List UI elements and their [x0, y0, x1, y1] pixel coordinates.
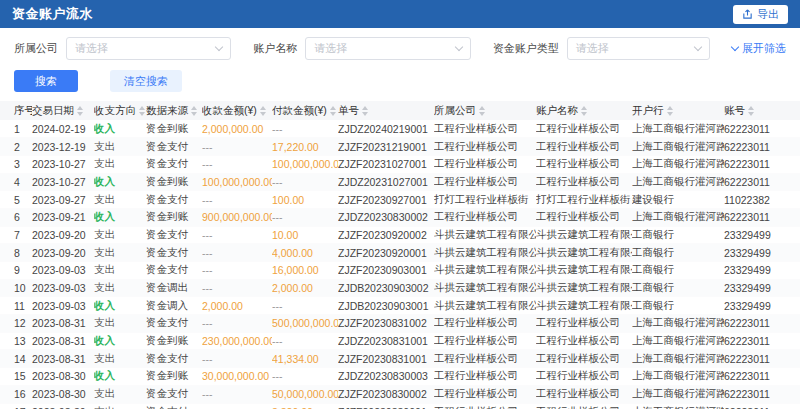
cell-company: 斗拱云建筑工程有限公司 — [434, 297, 536, 315]
cell-payment: --- — [272, 368, 338, 386]
cell-date: 2023-09-21 — [32, 208, 94, 226]
column-label: 付款金额(¥) — [272, 104, 327, 116]
cell-company: 工程行业样板公司 — [434, 332, 536, 350]
column-header-account_name[interactable]: 账户名称 — [536, 101, 632, 120]
cell-account_no: 62223011 — [724, 368, 800, 386]
filter-bar: 所属公司 请选择 账户名称 请选择 资金账户类型 请选择 展开筛选 — [0, 28, 800, 64]
column-header-payment[interactable]: 付款金额(¥) — [272, 101, 338, 120]
column-header-direction[interactable]: 收支方向 — [94, 101, 146, 120]
cell-account_name: 工程行业样板公司 — [536, 332, 632, 350]
cell-no: 16 — [0, 385, 32, 403]
cell-direction: 支出 — [94, 279, 146, 297]
column-label: 数据来源 — [146, 104, 188, 116]
cell-account_no: 23329499 — [724, 297, 800, 315]
cell-receipt: 2,000,000.00 — [202, 120, 272, 138]
sort-icon[interactable] — [479, 106, 485, 116]
cell-account_no: 23329499 — [724, 279, 800, 297]
cell-no: 12 — [0, 315, 32, 333]
sort-icon[interactable] — [191, 106, 197, 116]
cell-payment: 10.00 — [272, 226, 338, 244]
cell-order_no: ZJDZ20230830003 — [338, 368, 434, 386]
column-header-account_no[interactable]: 账号 — [724, 101, 800, 120]
cell-source: 资金支付 — [146, 385, 202, 403]
cell-account_no: 62223011 — [724, 208, 800, 226]
column-label: 序号 — [14, 104, 32, 116]
table-row: 152023-08-30收入资金到账30,000,000.00---ZJDZ20… — [0, 368, 800, 386]
expand-filter-link[interactable]: 展开筛选 — [732, 41, 786, 56]
cell-direction: 支出 — [94, 244, 146, 262]
column-header-order_no[interactable]: 单号 — [338, 101, 434, 120]
account-name-select[interactable]: 请选择 — [305, 37, 470, 60]
cell-company: 工程行业样板公司 — [434, 138, 536, 156]
column-header-receipt[interactable]: 收款金额(¥) — [202, 101, 272, 120]
cell-account_no: 62223011 — [724, 173, 800, 191]
account-type-select[interactable]: 请选择 — [567, 37, 710, 60]
cell-account_name: 斗拱云建筑工程有限公司 — [536, 226, 632, 244]
cell-date: 2023-08-31 — [32, 315, 94, 333]
cell-order_no: ZJZF20230927001 — [338, 191, 434, 209]
export-icon — [742, 9, 753, 20]
sort-icon[interactable] — [667, 106, 673, 116]
expand-filter-label: 展开筛选 — [742, 41, 786, 56]
column-label: 收款金额(¥) — [202, 104, 257, 116]
sort-icon[interactable] — [139, 106, 145, 116]
column-header-date[interactable]: 交易日期 — [32, 101, 94, 120]
cell-account_name: 工程行业样板公司 — [536, 368, 632, 386]
sort-icon[interactable] — [748, 106, 754, 116]
cell-source: 资金到账 — [146, 208, 202, 226]
table-row: 52023-09-27支出资金支付---100.00ZJZF2023092700… — [0, 191, 800, 209]
sort-icon[interactable] — [330, 106, 336, 116]
search-button[interactable]: 搜索 — [14, 70, 78, 92]
sort-icon[interactable] — [260, 106, 266, 116]
chevron-down-icon — [454, 43, 462, 51]
cell-bank: 工商银行 — [632, 226, 724, 244]
cell-order_no: ZJZF20230831001 — [338, 350, 434, 368]
cell-date: 2023-08-30 — [32, 403, 94, 409]
cell-date: 2023-10-27 — [32, 155, 94, 173]
cell-date: 2023-10-27 — [32, 173, 94, 191]
cell-date: 2023-09-27 — [32, 191, 94, 209]
filter-label-account-name: 账户名称 — [253, 41, 297, 56]
company-select[interactable]: 请选择 — [66, 37, 231, 60]
sort-icon[interactable] — [581, 106, 587, 116]
cell-payment: 3,320.00 — [272, 403, 338, 409]
cell-payment: 41,334.00 — [272, 350, 338, 368]
clear-search-button[interactable]: 清空搜索 — [110, 70, 182, 92]
cell-company: 斗拱云建筑工程有限公司 — [434, 244, 536, 262]
cell-bank: 建设银行 — [632, 191, 724, 209]
column-header-no: 序号 — [0, 101, 32, 120]
column-header-bank[interactable]: 开户行 — [632, 101, 724, 120]
cell-source: 资金支付 — [146, 315, 202, 333]
sort-icon[interactable] — [362, 106, 368, 116]
column-header-source[interactable]: 数据来源 — [146, 101, 202, 120]
cell-direction: 收入 — [94, 368, 146, 386]
cell-direction: 收入 — [94, 208, 146, 226]
cell-no: 14 — [0, 350, 32, 368]
cell-account_name: 工程行业样板公司 — [536, 350, 632, 368]
column-header-company[interactable]: 所属公司 — [434, 101, 536, 120]
cell-company: 斗拱云建筑工程有限公司 — [434, 279, 536, 297]
cell-order_no: ZJZF20230920002 — [338, 226, 434, 244]
cell-order_no: ZJDZ20240219001 — [338, 120, 434, 138]
cell-receipt: --- — [202, 262, 272, 280]
sort-icon[interactable] — [77, 106, 83, 116]
cell-source: 资金支付 — [146, 403, 202, 409]
cell-receipt: 30,000,000.00 — [202, 368, 272, 386]
cell-source: 资金到账 — [146, 368, 202, 386]
cell-order_no: ZJDB20230903001 — [338, 297, 434, 315]
cell-account_name: 工程行业样板公司 — [536, 155, 632, 173]
cell-receipt: --- — [202, 403, 272, 409]
cell-company: 斗拱云建筑工程有限公司 — [434, 262, 536, 280]
cell-company: 斗拱云建筑工程有限公司 — [434, 226, 536, 244]
export-button[interactable]: 导出 — [733, 5, 788, 24]
table-row: 132023-08-31收入资金到账230,000,000.00---ZJDZ2… — [0, 332, 800, 350]
cell-payment: 50,000,000.00 — [272, 385, 338, 403]
table-body: 12024-02-19收入资金到账2,000,000.00---ZJDZ2024… — [0, 120, 800, 409]
cell-account_no: 23329499 — [724, 244, 800, 262]
cell-order_no: ZJDZ20230830002 — [338, 208, 434, 226]
cell-direction: 支出 — [94, 226, 146, 244]
cell-bank: 工商银行 — [632, 279, 724, 297]
filter-group-account-name: 账户名称 请选择 — [253, 37, 470, 60]
column-label: 账户名称 — [536, 104, 578, 116]
cell-account_no: 62223011 — [724, 155, 800, 173]
